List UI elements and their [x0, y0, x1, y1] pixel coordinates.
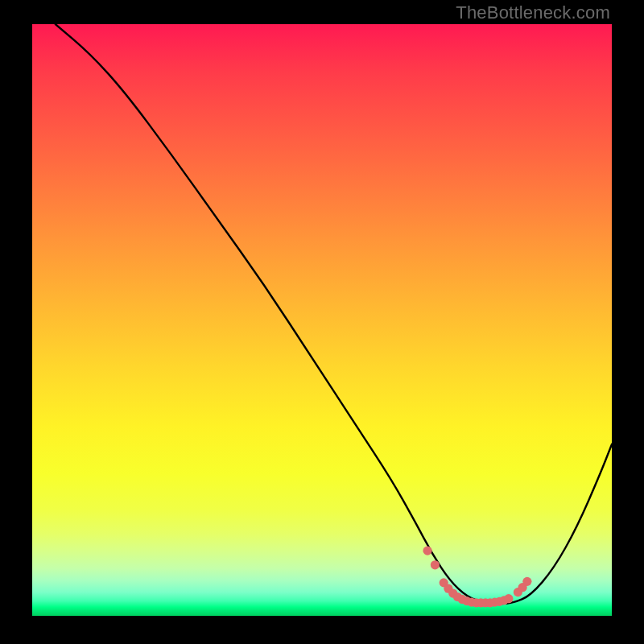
- bottleneck-curve: [56, 24, 612, 604]
- minimum-band-dot: [504, 594, 513, 603]
- minimum-band-dot: [431, 560, 440, 569]
- highlighted-minimum-band: [423, 547, 531, 608]
- chart-svg: [32, 24, 612, 616]
- minimum-band-dot: [522, 577, 531, 586]
- chart-frame: TheBottleneck.com: [0, 0, 644, 644]
- watermark-text: TheBottleneck.com: [456, 2, 610, 23]
- plot-area: [32, 24, 612, 616]
- minimum-band-dot: [423, 547, 431, 555]
